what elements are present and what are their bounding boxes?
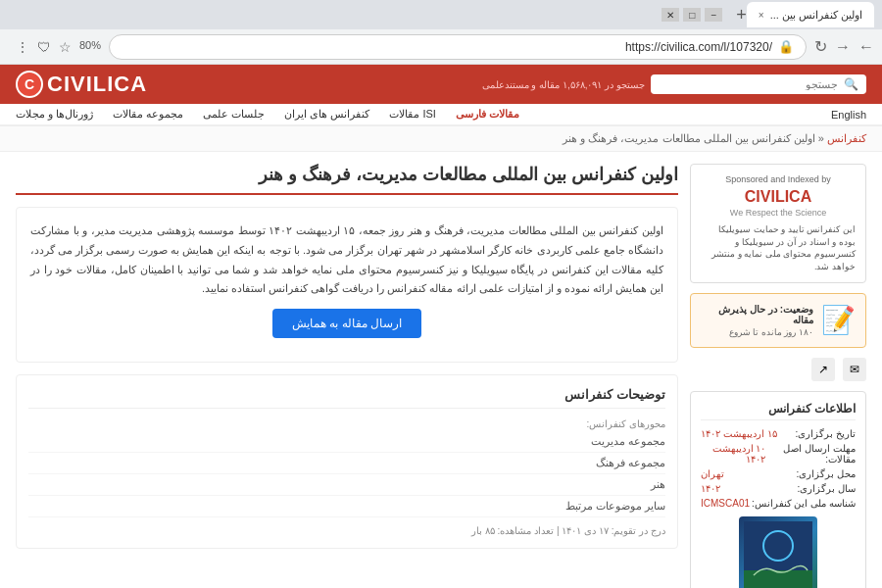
share-icon[interactable]: ↗: [811, 358, 835, 381]
conf-info-box: اطلاعات کنفرانس تاریخ برگزاری: ۱۵ اردیبه…: [690, 391, 866, 588]
status-box: 📝 وضعیت: در حال پذیرش مقاله ۱۸۰ روز ماند…: [690, 293, 866, 348]
left-sidebar: Sponsored and Indexed by CIVILICA We Res…: [690, 164, 866, 588]
nav-link-farsi[interactable]: مقالات فارسی: [456, 108, 519, 121]
conf-deadline-value: ۱۰ اردیبهشت ۱۴۰۲: [701, 443, 765, 465]
nav-link-sessions[interactable]: جلسات علمی: [203, 108, 265, 121]
sponsor-desc: این کنفرانس تایید و حمایت سیویلیکا بوده …: [701, 223, 856, 272]
bookmark-icon[interactable]: ☆: [59, 39, 72, 55]
nav-top-row: 🔍 جستجو در ۱,۵۶۸,۰۹۱ مقاله و مستندعلمی C…: [0, 65, 882, 104]
sponsor-title: Sponsored and Indexed by: [701, 174, 856, 184]
send-article-btn[interactable]: ارسال مقاله به همایش: [272, 309, 421, 338]
nav-link-conferences[interactable]: کنفرانس های ایران: [284, 108, 369, 121]
tab-title: اولین کنفرانس بین ...: [770, 9, 862, 22]
zoom-level: 80%: [79, 39, 101, 55]
conf-year-value: ۱۴۰۲: [701, 483, 720, 494]
conf-code-value: ICMSCA01: [701, 498, 750, 509]
nav-link-isi[interactable]: ISI مقالات: [389, 108, 436, 121]
tab-close-btn[interactable]: ×: [759, 10, 764, 21]
conf-desc-box: توضیحات کنفرانس محورهای کنفرانس: مجموعه …: [16, 374, 678, 549]
logo-text: CIVILICA: [47, 72, 147, 97]
svg-rect-1: [744, 570, 812, 588]
minimize-btn[interactable]: −: [705, 8, 722, 22]
forward-btn[interactable]: →: [835, 38, 851, 56]
other-topics: سایر موضوعات مرتبط: [28, 496, 665, 517]
breadcrumb-separator: «: [815, 132, 824, 144]
article-title: اولین کنفرانس بین المللی مطالعات مدیریت،…: [16, 164, 678, 195]
url-display: https://civilica.com/l/107320/: [625, 40, 772, 54]
back-btn[interactable]: ←: [858, 38, 874, 56]
close-btn[interactable]: ✕: [662, 8, 679, 22]
conf-year-row: سال برگزاری: ۱۴۰۲: [701, 483, 856, 494]
search-box[interactable]: 🔍: [651, 74, 866, 94]
window-controls: − □ ✕: [662, 8, 722, 22]
conf-desc-title: توضیحات کنفرانس: [28, 387, 665, 409]
address-bar[interactable]: 🔒 https://civilica.com/l/107320/: [109, 34, 807, 60]
sponsor-box: Sponsored and Indexed by CIVILICA We Res…: [690, 164, 866, 283]
conf-deadline-row: مهلت ارسال اصل مقالات: ۱۰ اردیبهشت ۱۴۰۲: [701, 443, 856, 465]
desc-meta: درج در تقویم: ۱۷ دی ۱۴۰۱ | تعداد مشاهده:…: [28, 525, 665, 536]
email-icon[interactable]: ✉: [843, 358, 866, 381]
conf-location-row: محل برگزاری: تهران: [701, 468, 856, 479]
lock-icon: 🔒: [778, 39, 794, 54]
page-content: 🔍 جستجو در ۱,۵۶۸,۰۹۱ مقاله و مستندعلمی C…: [0, 65, 882, 588]
conf-code-label: شناسه ملی این کنفرانس:: [752, 498, 856, 509]
conf-date-value: ۱۵ اردیبهشت ۱۴۰۲: [701, 428, 777, 439]
nav-links: مقالات فارسی ISI مقالات کنفرانس های ایرا…: [16, 108, 519, 121]
search-input[interactable]: [662, 78, 838, 90]
status-icon: 📝: [821, 304, 856, 336]
menu-icon[interactable]: ⋮: [16, 39, 29, 55]
breadcrumb-current: اولین کنفرانس بین المللی مطالعات مدیریت،…: [563, 132, 814, 144]
logo-letter: C: [24, 76, 34, 92]
conf-year-label: سال برگزاری:: [797, 483, 856, 494]
main-content: Sponsored and Indexed by CIVILICA We Res…: [0, 152, 882, 588]
breadcrumb: کنفرانس « اولین کنفرانس بین المللی مطالع…: [0, 126, 882, 152]
browser-chrome: اولین کنفرانس بین ... × + − □ ✕: [0, 0, 882, 29]
address-bar-row: ← → ↻ 🔒 https://civilica.com/l/107320/ 8…: [0, 29, 882, 65]
sponsor-logo: CIVILICA: [701, 188, 856, 206]
address-icons: 80% ☆ 🛡 ⋮: [16, 39, 101, 55]
article-text: اولین کنفرانس بین المللی مطالعات مدیریت،…: [30, 221, 663, 299]
nav-menu-row: English مقالات فارسی ISI مقالات کنفرانس …: [0, 104, 882, 125]
status-label: وضعیت: در حال پذیرش مقاله: [701, 304, 813, 325]
conf-date-label: تاریخ برگزاری:: [795, 428, 856, 439]
search-icon: 🔍: [844, 77, 858, 91]
collection3: هنر: [28, 474, 665, 496]
poster-image: کنفرانس: [739, 516, 817, 588]
social-icons: ✉ ↗: [690, 358, 866, 381]
nav-link-collections[interactable]: مجموعه مقالات: [113, 108, 183, 121]
search-area: 🔍 جستجو در ۱,۵۶۸,۰۹۱ مقاله و مستندعلمی: [482, 74, 866, 94]
new-tab-btn[interactable]: +: [736, 5, 747, 25]
logo-icon: C: [16, 71, 43, 98]
status-desc: ۱۸۰ روز مانده تا شروع: [701, 327, 813, 337]
topics-label: محورهای کنفرانس:: [28, 418, 665, 429]
conf-date-row: تاریخ برگزاری: ۱۵ اردیبهشت ۱۴۰۲: [701, 428, 856, 439]
article-section: اولین کنفرانس بین المللی مطالعات مدیریت،…: [16, 164, 678, 588]
shield-icon: 🛡: [37, 39, 51, 55]
maximize-btn[interactable]: □: [683, 8, 701, 22]
logo-area: CIVILICA C: [16, 71, 147, 98]
conf-info-title: اطلاعات کنفرانس: [701, 402, 856, 420]
conf-code-row: شناسه ملی این کنفرانس: ICMSCA01: [701, 498, 856, 509]
status-text-area: وضعیت: در حال پذیرش مقاله ۱۸۰ روز مانده …: [701, 304, 813, 337]
conf-location-value: تهران: [701, 468, 724, 479]
breadcrumb-home[interactable]: کنفرانس: [827, 132, 866, 144]
sponsor-tagline: We Respect the Science: [701, 208, 856, 218]
conf-deadline-label: مهلت ارسال اصل مقالات:: [765, 443, 856, 465]
nav-link-journals[interactable]: ژورنال‌ها و مجلات: [16, 108, 93, 121]
tab-bar: اولین کنفرانس بین ... × +: [728, 0, 874, 29]
collection2: مجموعه فرهنگ: [28, 453, 665, 474]
lang-btn[interactable]: English: [831, 109, 866, 121]
active-tab[interactable]: اولین کنفرانس بین ... ×: [747, 2, 874, 27]
collection1: مجموعه مدیریت: [28, 431, 665, 453]
article-body: اولین کنفرانس بین المللی مطالعات مدیریت،…: [16, 207, 678, 363]
conf-location-label: محل برگزاری:: [796, 468, 856, 479]
top-navigation: 🔍 جستجو در ۱,۵۶۸,۰۹۱ مقاله و مستندعلمی C…: [0, 65, 882, 126]
conf-poster: کنفرانس: [701, 516, 856, 588]
refresh-btn[interactable]: ↻: [814, 37, 827, 56]
search-hint: جستجو در ۱,۵۶۸,۰۹۱ مقاله و مستندعلمی: [482, 79, 645, 90]
